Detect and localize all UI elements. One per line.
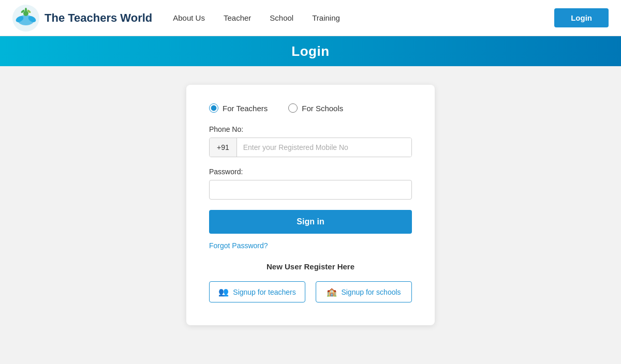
password-label: Password: (209, 168, 412, 176)
login-button[interactable]: Login (554, 8, 609, 27)
phone-field-group: Phone No: +91 (209, 125, 412, 157)
password-input[interactable] (209, 180, 412, 200)
radio-for-schools-label[interactable]: For Schools (288, 103, 343, 113)
signup-teachers-icon: 👥 (218, 287, 229, 297)
signup-teachers-label: Signup for teachers (233, 288, 295, 296)
nav-about-us[interactable]: About Us (173, 13, 205, 22)
radio-for-schools-text: For Schools (302, 104, 343, 113)
radio-for-teachers-text: For Teachers (223, 104, 268, 113)
password-field-group: Password: (209, 168, 412, 200)
hero-banner: Login (0, 36, 621, 66)
brand-logo (12, 5, 39, 32)
navbar: The Teachers World About Us Teacher Scho… (0, 0, 621, 36)
phone-input[interactable] (237, 138, 411, 157)
nav-training[interactable]: Training (312, 13, 340, 22)
nav-school[interactable]: School (270, 13, 293, 22)
signup-buttons-group: 👥 Signup for teachers 🏫 Signup for schoo… (209, 281, 412, 302)
new-user-text: New User Register Here (209, 262, 412, 271)
login-card: For Teachers For Schools Phone No: +91 P… (186, 85, 435, 325)
forgot-password-link[interactable]: Forgot Password? (209, 241, 268, 250)
user-type-radio-group: For Teachers For Schools (209, 103, 412, 113)
radio-for-schools[interactable] (288, 103, 298, 113)
hero-title: Login (291, 43, 329, 59)
svg-point-7 (25, 8, 27, 12)
nav-links: About Us Teacher School Training (173, 13, 554, 22)
brand-name: The Teachers World (45, 11, 152, 25)
brand-link[interactable]: The Teachers World (12, 5, 152, 32)
radio-for-teachers-label[interactable]: For Teachers (209, 103, 268, 113)
signup-for-schools-button[interactable]: 🏫 Signup for schools (316, 281, 412, 302)
signin-button[interactable]: Sign in (209, 210, 412, 234)
main-content: For Teachers For Schools Phone No: +91 P… (0, 66, 621, 364)
signup-for-teachers-button[interactable]: 👥 Signup for teachers (209, 281, 305, 302)
phone-input-group: +91 (209, 138, 412, 157)
nav-teacher[interactable]: Teacher (224, 13, 251, 22)
navbar-actions: Login (554, 8, 609, 27)
phone-label: Phone No: (209, 125, 412, 133)
signup-schools-label: Signup for schools (341, 288, 401, 296)
signup-schools-icon: 🏫 (327, 287, 337, 297)
radio-for-teachers[interactable] (209, 103, 218, 113)
phone-prefix: +91 (210, 138, 237, 157)
